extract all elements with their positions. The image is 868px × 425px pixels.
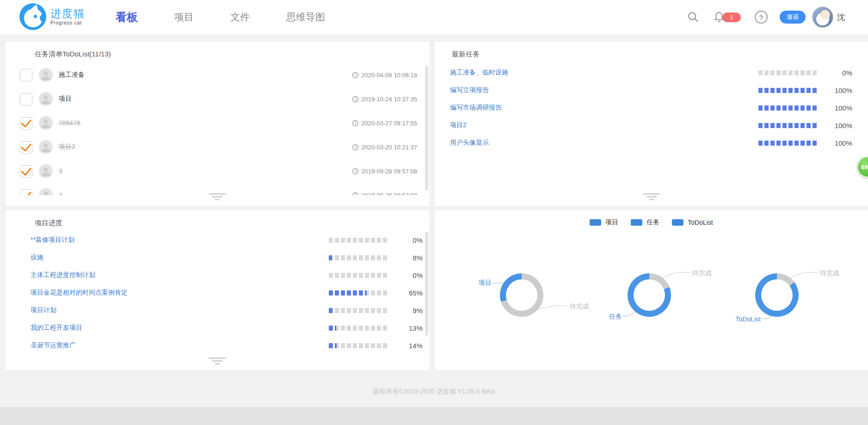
avatar-placeholder-icon [39,164,53,178]
nav-tab-files[interactable]: 文件 [230,11,250,24]
clock-icon [352,120,359,127]
progress-item-link[interactable]: 施工准备、临时设施 [450,68,508,77]
avatar-placeholder-icon [39,188,53,195]
todo-checkbox[interactable] [20,69,32,81]
todo-checkbox[interactable] [20,141,32,154]
app-logo[interactable]: 进度猫 Progress cat [19,3,85,30]
progress-item-link[interactable]: **装修项目计划 [31,236,74,244]
todo-row: 施工准备 2020-04-08 10:06:18 [6,63,429,87]
segmented-progress-bar [758,70,817,75]
segmented-progress-bar [758,123,817,128]
invite-button[interactable]: 邀请 [780,11,806,24]
legend-label: 项目 [605,218,618,227]
todo-task-name[interactable]: 4 [59,191,62,195]
main-nav: 看板 项目 文件 思维导图 [116,0,325,34]
project-progress-panel: 项目进度 **装修项目计划 0% 设施 8% 主体工程进度控制计划 0% 项目金… [6,210,429,370]
footer-copyright: 版权所有©2019-2020 进度猫 V1.09.6 Beta [0,388,868,396]
progress-row: 项目金花是相对的时间点案例肯定 65% [6,284,429,302]
bottom-strip [0,407,868,425]
cat-logo-icon [19,3,46,30]
progress-percent-label: 100% [829,86,852,94]
progress-item-link[interactable]: 项目2 [450,121,467,129]
progress-row: **装修项目计划 0% [6,231,429,249]
donut-chart-todolist [755,273,799,317]
donut-chart-projects [500,273,543,317]
todo-checkbox[interactable] [20,189,32,196]
clock-icon [352,96,359,103]
legend-label: ToDoList [688,219,713,226]
legend-swatch-icon [672,219,683,226]
logo-title: 进度猫 [50,8,85,19]
legend-item[interactable]: 项目 [590,218,618,227]
check-icon [21,165,31,176]
progress-percent-label: 100% [829,104,852,112]
progress-item-link[interactable]: 圣诞节运营推广 [31,341,76,350]
donut-projects-remaining-label: 待完成 [570,302,589,311]
donut-todolist-series-label: ToDoList [719,315,761,323]
progress-percent-label: 0% [400,271,423,279]
progress-item-link[interactable]: 项目计划 [31,306,56,314]
todo-time-text: 2020-03-20 10:21:37 [361,144,417,151]
progress-item-link[interactable]: 编写立项报告 [450,86,489,94]
progress-item-link[interactable]: 项目金花是相对的时间点案例肯定 [31,289,128,297]
progress-percent-label: 100% [829,139,852,147]
todo-timestamp: 2019-09-26 09:57:08 [352,192,417,196]
avatar-placeholder-icon [39,68,53,82]
todo-timestamp: 2020-03-20 10:21:37 [352,144,417,151]
search-icon[interactable] [687,11,699,23]
segmented-progress-bar [329,273,387,278]
todo-checkbox[interactable] [20,93,32,105]
donut-tasks-series-label: 任务 [594,313,622,321]
legend-swatch-icon [631,219,642,226]
user-avatar[interactable] [812,6,833,28]
legend-label: 任务 [646,218,659,227]
progress-item-link[interactable]: 编写市场调研报告 [450,104,502,112]
todo-time-text: 2020-04-08 10:06:18 [361,72,417,79]
project-progress-panel-title: 项目进度 [35,219,62,228]
help-icon[interactable]: ? [755,11,768,24]
nav-tab-mindmap[interactable]: 思维导图 [286,11,325,24]
latest-tasks-filter-icon[interactable] [643,193,660,202]
todo-checkbox[interactable] [20,165,32,178]
segmented-progress-bar [758,88,817,93]
segmented-progress-bar [329,255,387,260]
username-label: 沈 [837,12,845,23]
latest-tasks-items: 施工准备、临时设施 0% 编写立项报告 100% 编写市场调研报告 100% 项… [435,64,868,184]
progress-percent-label: 0% [829,69,852,77]
progress-row: 施工准备、临时设施 0% [435,64,868,81]
latest-tasks-panel: 最新任务 施工准备、临时设施 0% 编写立项报告 100% 编写市场调研报告 1… [435,42,868,206]
project-progress-filter-icon[interactable] [209,357,226,366]
segmented-progress-bar [329,343,387,348]
donut-chart-tasks [628,273,671,317]
todo-task-name[interactable]: 785478 [59,119,80,127]
todo-timestamp: 2020-03-27 09:17:55 [352,120,417,127]
clock-icon [352,168,359,175]
progress-item-link[interactable]: 我的工程开发项目 [31,324,82,332]
todo-checkbox[interactable] [20,117,32,129]
progress-row: 设施 8% [6,249,429,266]
progress-percent-label: 0% [400,236,423,244]
project-progress-items: **装修项目计划 0% 设施 8% 主体工程进度控制计划 0% 项目金花是相对的… [6,231,429,359]
check-icon [21,189,31,195]
todo-task-name[interactable]: 施工准备 [59,71,85,79]
todo-time-text: 2019-09-26 09:57:08 [361,168,417,175]
chart-legend: 项目任务ToDoList [435,218,868,227]
todolist-scrollbar[interactable] [425,66,428,191]
nav-tab-projects[interactable]: 项目 [174,11,194,24]
project-progress-scrollbar[interactable] [425,232,428,336]
nav-tab-board[interactable]: 看板 [116,10,138,25]
legend-item[interactable]: ToDoList [672,218,713,227]
todo-task-name[interactable]: 项目 [59,95,72,103]
progress-percent-label: 100% [829,122,852,129]
legend-item[interactable]: 任务 [631,218,659,227]
progress-item-link[interactable]: 设施 [31,253,43,262]
todo-task-name[interactable]: 项目2 [59,143,75,151]
donut-tasks-remaining-label: 待完成 [692,269,712,277]
app-root: 进度猫 Progress cat 看板 项目 文件 思维导图 1 ? 邀请 沈 … [0,0,868,425]
todo-task-name[interactable]: 3 [59,167,62,175]
progress-item-link[interactable]: 主体工程进度控制计划 [31,271,95,279]
todolist-filter-icon[interactable] [209,193,226,202]
progress-item-link[interactable]: 用户头像显示 [450,139,489,147]
clock-icon [352,192,359,196]
todolist-items: 施工准备 2020-04-08 10:06:18 项目 2019-10-24 1… [6,63,429,195]
